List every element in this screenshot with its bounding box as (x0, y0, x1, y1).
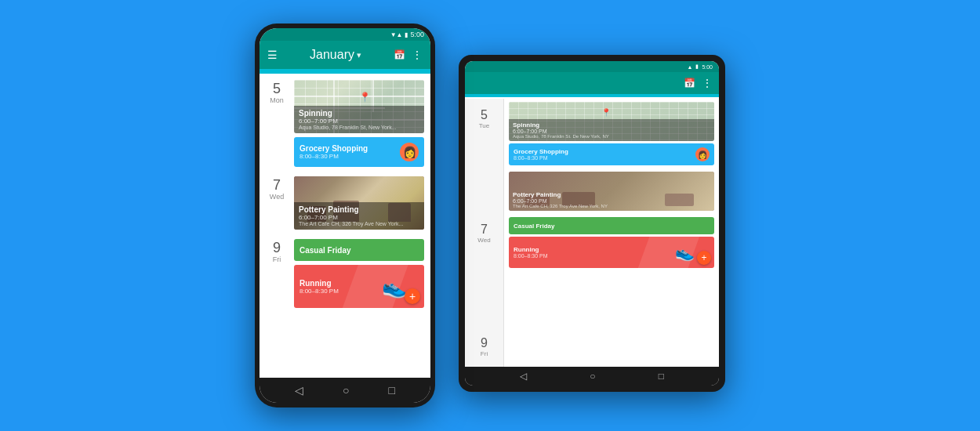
menu-icon[interactable]: ☰ (267, 49, 278, 61)
day-events-5: 📍 Spinning 6:00–7:00 PM Aqua Studio, 78 … (294, 80, 424, 167)
app-header: ☰ January ▾ 📅 ⋮ (260, 41, 430, 69)
tablet-pottery-overlay: Pottery Painting 6:00–7:00 PM The Art Ca… (509, 189, 714, 211)
phone-screen: ▼▲ ▮ 5:00 ☰ January ▾ 📅 ⋮ (260, 28, 430, 403)
tablet-running-text: Running 8:00–8:30 PM (514, 246, 548, 259)
day-name-5: Mon (270, 96, 284, 104)
tablet-spinning-overlay: Spinning 6:00–7:00 PM Aqua Studio, 78 Fr… (509, 119, 714, 141)
tablet-back-button[interactable]: ◁ (520, 371, 527, 382)
tablet-time-display: 5:00 (702, 64, 713, 70)
day-section-7: 7 Wed (260, 170, 430, 233)
day-section-5: 5 Mon (260, 74, 430, 170)
tablet-casual-friday-card[interactable]: Casual Friday (509, 217, 714, 234)
tablet-spinning-location: Aqua Studio, 78 Franklin St. De New York… (513, 134, 710, 139)
phone-device: ▼▲ ▮ 5:00 ☰ January ▾ 📅 ⋮ (255, 24, 435, 407)
tablet-day-number-9: 9 (481, 336, 488, 350)
map-pin-icon: 📍 (359, 92, 371, 103)
tablet-add-running-button[interactable]: + (697, 251, 711, 265)
tablet-day-label-7: 7 Wed (468, 218, 500, 248)
home-button[interactable]: ○ (343, 384, 349, 397)
phone-nav-bar: ◁ ○ □ (260, 378, 430, 403)
tablet-spinning-card[interactable]: 📍 Spinning 6:00–7:00 PM Aqua Studio, 78 … (509, 102, 714, 141)
tablet-casual-friday-title: Casual Friday (514, 223, 554, 230)
day-label-5: 5 Mon (266, 80, 288, 167)
tablet-sidebar: 5 Tue 7 Wed 9 Fri (465, 99, 504, 367)
spinning-time: 6:00–7:00 PM (299, 118, 419, 125)
running-time: 8:00–8:30 PM (299, 288, 339, 295)
tablet-day-name-7: Wed (477, 237, 490, 244)
tablet-day9-events: Casual Friday Running 8:00–8:30 PM 👟 + (509, 217, 714, 268)
grocery-title: Grocery Shopping (299, 144, 368, 153)
recents-button[interactable]: □ (389, 384, 395, 397)
tablet-main-content: 📍 Spinning 6:00–7:00 PM Aqua Studio, 78 … (504, 99, 719, 367)
day-events-7: Pottery Painting 6:00–7:00 PM The Art Ca… (294, 176, 424, 230)
phone-status-bar: ▼▲ ▮ 5:00 (260, 28, 430, 41)
day-events-9: Casual Friday Running 8:00–8:30 PM 👟 + (294, 239, 424, 308)
tablet-map-pin-icon: 📍 (601, 108, 611, 117)
tablet-wifi-icon: ▲ (687, 64, 692, 70)
pottery-time: 6:00–7:00 PM (299, 214, 419, 221)
tablet-content: 5 Tue 7 Wed 9 Fri (465, 99, 719, 367)
tablet-running-card[interactable]: Running 8:00–8:30 PM 👟 + (509, 237, 714, 268)
shoe-icon: 👟 (382, 274, 407, 299)
tablet-day-name-5: Tue (479, 122, 490, 129)
spinning-event-card[interactable]: 📍 Spinning 6:00–7:00 PM Aqua Studio, 78 … (294, 80, 424, 133)
tablet-calendar-icon[interactable]: 📅 (684, 78, 695, 89)
tablet-pottery-title: Pottery Painting (513, 191, 710, 198)
tablet-home-button[interactable]: ○ (590, 371, 595, 382)
tablet-running-time: 8:00–8:30 PM (514, 253, 548, 259)
dropdown-icon[interactable]: ▾ (357, 50, 361, 60)
tablet-grocery-text: Grocery Shopping 8:00–8:30 PM (514, 148, 568, 161)
casual-friday-card[interactable]: Casual Friday (294, 239, 424, 261)
tablet-pottery-location: The Art Cafe CH, 326 Troy Ave New York, … (513, 204, 710, 208)
tablet-status-bar: ▲ ▮ 5:00 (465, 61, 719, 72)
pottery-location: The Art Cafe CH, 326 Troy Ave New York..… (299, 221, 419, 226)
pottery-event-overlay: Pottery Painting 6:00–7:00 PM The Art Ca… (294, 202, 424, 230)
tablet-day-name-9: Fri (481, 350, 488, 357)
tablet-day7-events: Pottery Painting 6:00–7:00 PM The Art Ca… (509, 172, 714, 211)
tablet-nav-bar: ◁ ○ □ (465, 367, 719, 386)
running-text: Running 8:00–8:30 PM (299, 279, 339, 295)
tablet-day-number-7: 7 (481, 223, 488, 237)
avatar-face: 👩 (403, 146, 416, 158)
day-name-9: Fri (273, 255, 281, 263)
tablet-more-icon[interactable]: ⋮ (702, 77, 713, 89)
calendar-icon[interactable]: 📅 (394, 49, 405, 60)
signal-icon: ▼▲ (390, 31, 403, 38)
grocery-event-card[interactable]: Grocery Shopping 8:00–8:30 PM 👩 (294, 137, 424, 167)
day-section-9: 9 Fri Casual Friday Running 8:00–8:30 PM (260, 233, 430, 311)
spinning-event-overlay: Spinning 6:00–7:00 PM Aqua Studio, 78 Fr… (294, 106, 424, 133)
devices-container: ▼▲ ▮ 5:00 ☰ January ▾ 📅 ⋮ (255, 24, 725, 407)
add-running-button[interactable]: + (405, 288, 420, 304)
tablet-grocery-card[interactable]: Grocery Shopping 8:00–8:30 PM 👩 (509, 143, 714, 165)
day-number-7: 7 (273, 178, 281, 192)
day-number-5: 5 (273, 81, 281, 96)
day-name-7: Wed (270, 193, 284, 201)
tablet-grocery-time: 8:00–8:30 PM (514, 155, 568, 161)
more-icon[interactable]: ⋮ (412, 49, 423, 61)
tablet-day-label-5: 5 Tue (468, 103, 500, 134)
tablet-spinning-time: 6:00–7:00 PM (513, 129, 710, 134)
header-title-group: January ▾ (310, 48, 361, 62)
tablet-grocery-avatar: 👩 (695, 147, 710, 161)
running-event-card[interactable]: Running 8:00–8:30 PM 👟 + (294, 265, 424, 308)
pottery-title: Pottery Painting (299, 205, 419, 214)
pottery-event-card[interactable]: Pottery Painting 6:00–7:00 PM The Art Ca… (294, 176, 424, 230)
tablet-pottery-time: 6:00–7:00 PM (513, 198, 710, 204)
day-number-9: 9 (273, 241, 281, 255)
tablet-pottery-card[interactable]: Pottery Painting 6:00–7:00 PM The Art Ca… (509, 172, 714, 211)
spinning-location: Aqua Studio, 78 Franklin St, New York... (299, 125, 419, 130)
tablet-teal-strip (465, 94, 719, 97)
day-label-7: 7 Wed (266, 176, 288, 230)
tablet-grocery-title: Grocery Shopping (514, 148, 568, 155)
battery-icon: ▮ (405, 31, 408, 38)
tablet-app-header: 📅 ⋮ (465, 72, 719, 94)
casual-friday-title: Casual Friday (299, 246, 351, 255)
tablet-day-label-9: 9 Fri (468, 331, 500, 362)
calendar-content: 5 Mon (260, 74, 430, 378)
tablet-shoe-icon: 👟 (675, 243, 695, 262)
tablet-recents-button[interactable]: □ (659, 371, 664, 382)
grocery-text: Grocery Shopping 8:00–8:30 PM (299, 144, 368, 160)
tablet-device: ▲ ▮ 5:00 📅 ⋮ 5 Tue (459, 55, 725, 392)
tablet-battery-icon: ▮ (695, 63, 699, 70)
back-button[interactable]: ◁ (295, 384, 303, 397)
